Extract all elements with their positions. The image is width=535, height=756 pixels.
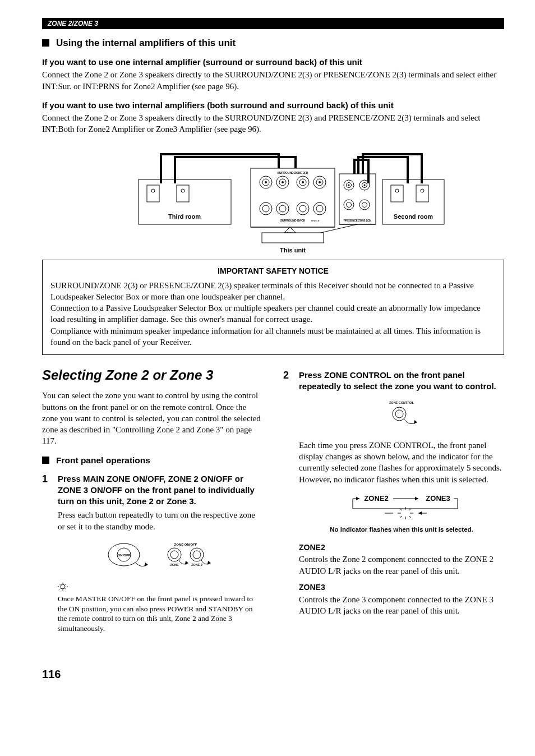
section-title: Selecting Zone 2 or Zone 3 bbox=[42, 366, 263, 384]
two-amp-body: Connect the Zone 2 or Zone 3 speakers di… bbox=[42, 112, 504, 135]
svg-point-18 bbox=[260, 202, 272, 215]
svg-rect-3 bbox=[177, 185, 189, 202]
step-2: 2 Press ZONE CONTROL on the front panel … bbox=[283, 370, 504, 621]
svg-point-37 bbox=[362, 202, 367, 207]
surround-back-label: SURROUND BACK bbox=[280, 219, 306, 222]
svg-text:ZONE ON/OFF: ZONE ON/OFF bbox=[174, 543, 197, 546]
svg-text:ON/OFF: ON/OFF bbox=[118, 554, 131, 557]
notice-title: IMPORTANT SAFETY NOTICE bbox=[50, 266, 496, 276]
svg-point-35 bbox=[347, 202, 352, 207]
svg-rect-41 bbox=[416, 185, 428, 202]
svg-point-36 bbox=[359, 200, 370, 210]
svg-point-19 bbox=[262, 205, 269, 212]
left-intro: You can select the zone you want to cont… bbox=[42, 390, 263, 446]
flow-caption: No indicator flashes when this unit is s… bbox=[299, 525, 504, 534]
third-room-label: Third room bbox=[168, 213, 201, 220]
connection-diagram: Third room SURROUND/ZONE 2(3) SURROUND B… bbox=[42, 143, 504, 255]
svg-rect-39 bbox=[391, 185, 403, 202]
svg-text:ZONE CONTROL: ZONE CONTROL bbox=[389, 401, 414, 404]
svg-point-24 bbox=[313, 202, 326, 215]
section-header-bar: ZONE 2/ZONE 3 bbox=[42, 18, 504, 29]
svg-point-53 bbox=[168, 548, 181, 561]
zone2-title: ZONE2 bbox=[299, 542, 504, 553]
svg-point-17 bbox=[319, 181, 321, 183]
zone3-title: ZONE3 bbox=[299, 582, 504, 593]
svg-marker-79 bbox=[356, 497, 359, 500]
svg-point-61 bbox=[61, 584, 65, 589]
svg-marker-90 bbox=[418, 511, 422, 515]
svg-marker-60 bbox=[207, 561, 211, 565]
zone2-body: Controls the Zone 2 component connected … bbox=[299, 554, 504, 577]
onoff-button-diagram: ON/OFF ZONE ON/OFF ZONE ZONE 2 bbox=[58, 538, 263, 574]
svg-point-4 bbox=[181, 189, 185, 192]
svg-marker-59 bbox=[185, 561, 188, 565]
square-bullet-icon bbox=[42, 39, 49, 47]
svg-line-47 bbox=[321, 224, 357, 233]
svg-text:SINGLE: SINGLE bbox=[311, 219, 320, 222]
step-body-text: Press each button repeatedly to turn on … bbox=[58, 509, 263, 532]
surround-zone-label: SURROUND/ZONE 2(3) bbox=[278, 171, 308, 174]
svg-point-23 bbox=[299, 205, 306, 212]
svg-line-69 bbox=[66, 589, 67, 590]
svg-point-22 bbox=[297, 202, 309, 215]
svg-point-20 bbox=[276, 202, 289, 215]
one-amp-body: Connect the Zone 2 or Zone 3 speakers di… bbox=[42, 69, 504, 92]
second-room-label: Second room bbox=[394, 213, 433, 220]
subheading-front-panel: Front panel operations bbox=[42, 455, 263, 467]
two-amp-title: If you want to use two internal amplifie… bbox=[42, 100, 504, 111]
svg-point-40 bbox=[395, 189, 399, 192]
presence-zone-label: PRESENCE/ZONE 2(3) bbox=[344, 219, 371, 222]
notice-p1: SURROUND/ZONE 2(3) or PRESENCE/ZONE 2(3)… bbox=[50, 280, 496, 303]
svg-point-11 bbox=[282, 181, 284, 183]
one-amp-title: If you want to use one internal amplifie… bbox=[42, 57, 504, 68]
step-1: 1 Press MAIN ZONE ON/OFF, ZONE 2 ON/OFF … bbox=[42, 473, 263, 634]
svg-text:ZONE2: ZONE2 bbox=[364, 494, 388, 503]
step-head: Press MAIN ZONE ON/OFF, ZONE 2 ON/OFF or… bbox=[58, 473, 263, 508]
svg-marker-44 bbox=[284, 227, 296, 233]
page-number: 116 bbox=[42, 667, 504, 682]
svg-point-71 bbox=[393, 407, 406, 421]
svg-point-42 bbox=[421, 189, 424, 192]
tip-icon bbox=[58, 583, 68, 594]
square-bullet-icon bbox=[42, 457, 49, 464]
svg-line-67 bbox=[66, 584, 67, 585]
svg-point-33 bbox=[364, 184, 366, 186]
svg-line-87 bbox=[400, 516, 402, 518]
svg-point-8 bbox=[265, 181, 267, 183]
zone-flow-diagram: ZONE2 ZONE3 bbox=[299, 491, 504, 534]
svg-point-14 bbox=[302, 181, 304, 183]
svg-point-34 bbox=[344, 200, 354, 210]
svg-text:ZONE3: ZONE3 bbox=[426, 494, 450, 503]
this-unit-label: This unit bbox=[280, 247, 306, 253]
safety-notice-box: IMPORTANT SAFETY NOTICE SURROUND/ZONE 2(… bbox=[42, 260, 504, 355]
svg-point-72 bbox=[395, 410, 403, 418]
svg-point-2 bbox=[151, 189, 155, 192]
svg-point-54 bbox=[170, 551, 178, 559]
zone-control-button-diagram: ZONE CONTROL bbox=[299, 398, 504, 432]
subheading-text: Front panel operations bbox=[56, 455, 150, 465]
svg-rect-43 bbox=[262, 233, 324, 243]
step-body-text: Each time you press ZONE CONTROL, the fr… bbox=[299, 440, 504, 485]
svg-marker-73 bbox=[414, 420, 417, 424]
right-column: 2 Press ZONE CONTROL on the front panel … bbox=[283, 366, 504, 633]
step-number: 1 bbox=[42, 473, 51, 634]
svg-rect-27 bbox=[339, 174, 376, 224]
notice-p3: Compliance with minimum speaker impedanc… bbox=[50, 325, 496, 348]
notice-p2: Connection to a Passive Loudspeaker Sele… bbox=[50, 302, 496, 325]
zone3-body: Controls the Zone 3 component connected … bbox=[299, 594, 504, 617]
step-head: Press ZONE CONTROL on the front panel re… bbox=[299, 370, 504, 393]
svg-point-21 bbox=[279, 205, 286, 212]
svg-text:ZONE: ZONE bbox=[170, 563, 179, 566]
svg-marker-51 bbox=[145, 563, 148, 566]
svg-point-56 bbox=[193, 551, 201, 559]
subheading-using-amps: Using the internal amplifiers of this un… bbox=[42, 37, 504, 50]
svg-point-30 bbox=[348, 184, 350, 186]
step-number: 2 bbox=[283, 370, 292, 621]
svg-point-25 bbox=[316, 205, 323, 212]
subheading-text: Using the internal amplifiers of this un… bbox=[56, 38, 236, 48]
svg-text:ZONE 2: ZONE 2 bbox=[191, 563, 202, 566]
svg-line-66 bbox=[59, 584, 61, 585]
left-column: Selecting Zone 2 or Zone 3 You can selec… bbox=[42, 366, 263, 633]
svg-line-68 bbox=[59, 589, 61, 590]
svg-point-55 bbox=[190, 548, 204, 561]
